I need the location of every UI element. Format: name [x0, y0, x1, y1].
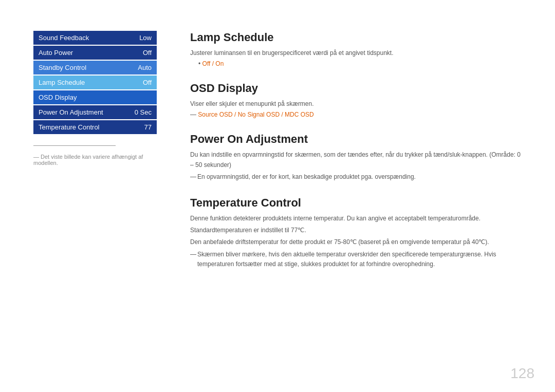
menu-item-label-5: Power On Adjustment — [39, 108, 103, 116]
menu-list: Sound FeedbackLowAuto PowerOffStandby Co… — [33, 31, 157, 135]
menu-item-6[interactable]: Temperature Control77 — [33, 120, 157, 134]
menu-item-label-4: OSD Display — [39, 94, 77, 101]
section-source-osd-display: — Source OSD / No Signal OSD / MDC OSD — [190, 111, 524, 118]
menu-item-value-2: Auto — [138, 64, 152, 71]
menu-item-5[interactable]: Power On Adjustment0 Sec — [33, 105, 157, 119]
menu-item-value-3: Off — [143, 79, 152, 86]
menu-item-value-6: 77 — [144, 123, 152, 131]
footnote: — Det viste billede kan variere afhængig… — [33, 154, 149, 166]
menu-item-4[interactable]: OSD Display — [33, 90, 157, 104]
menu-item-label-2: Standby Control — [39, 64, 86, 71]
menu-item-value-5: 0 Sec — [135, 108, 152, 116]
menu-item-value-0: Low — [139, 34, 152, 42]
menu-item-label-3: Lamp Schedule — [39, 79, 85, 86]
section-title-power-on-adjustment: Power On Adjustment — [190, 133, 524, 146]
section-title-lamp-schedule: Lamp Schedule — [190, 31, 524, 44]
divider-line — [33, 145, 116, 146]
section-lamp-schedule: Lamp ScheduleJusterer luminansen til en … — [190, 31, 524, 67]
menu-item-value-1: Off — [143, 49, 152, 57]
menu-item-1[interactable]: Auto PowerOff — [33, 46, 157, 60]
menu-item-2[interactable]: Standby ControlAuto — [33, 61, 157, 74]
page-container: Sound FeedbackLowAuto PowerOffStandby Co… — [0, 0, 555, 392]
section-power-on-adjustment: Power On AdjustmentDu kan indstille en o… — [190, 133, 524, 182]
menu-item-label-1: Auto Power — [39, 49, 73, 57]
menu-item-3[interactable]: Lamp ScheduleOff — [33, 76, 157, 89]
section-title-temperature-control: Temperature Control — [190, 196, 524, 210]
section-desc-osd-display: Viser eller skjuler et menupunkt på skær… — [190, 99, 524, 109]
section-desc-power-on-adjustment: Du kan indstille en opvarmningstid for s… — [190, 150, 524, 170]
section-osd-display: OSD DisplayViser eller skjuler et menupu… — [190, 82, 524, 118]
section-dash-power-on-adjustment: En opvarmningstid, der er for kort, kan … — [190, 172, 524, 182]
menu-item-label-0: Sound Feedback — [39, 34, 89, 42]
left-panel: Sound FeedbackLowAuto PowerOffStandby Co… — [0, 0, 164, 392]
menu-item-label-6: Temperature Control — [39, 123, 100, 131]
page-number: 128 — [510, 365, 534, 382]
right-panel: Lamp ScheduleJusterer luminansen til en … — [164, 0, 555, 392]
menu-item-0[interactable]: Sound FeedbackLow — [33, 31, 157, 45]
section-title-osd-display: OSD Display — [190, 82, 524, 95]
section-desc-lamp-schedule: Justerer luminansen til en brugerspecifi… — [190, 48, 524, 58]
section-dash-temperature-control: Skærmen bliver mørkere, hvis den aktuell… — [190, 250, 524, 269]
section-desc-temperature-control-0: Denne funktion detekterer produktets int… — [190, 214, 524, 223]
section-temperature-control: Temperature ControlDenne funktion detekt… — [190, 196, 524, 269]
section-desc-temperature-control-1: Standardtemperaturen er indstillet til 7… — [190, 226, 524, 235]
section-bullet-lamp-schedule: Off / On — [198, 60, 524, 67]
section-desc-temperature-control-2: Den anbefalede driftstemperatur for dett… — [190, 237, 524, 247]
